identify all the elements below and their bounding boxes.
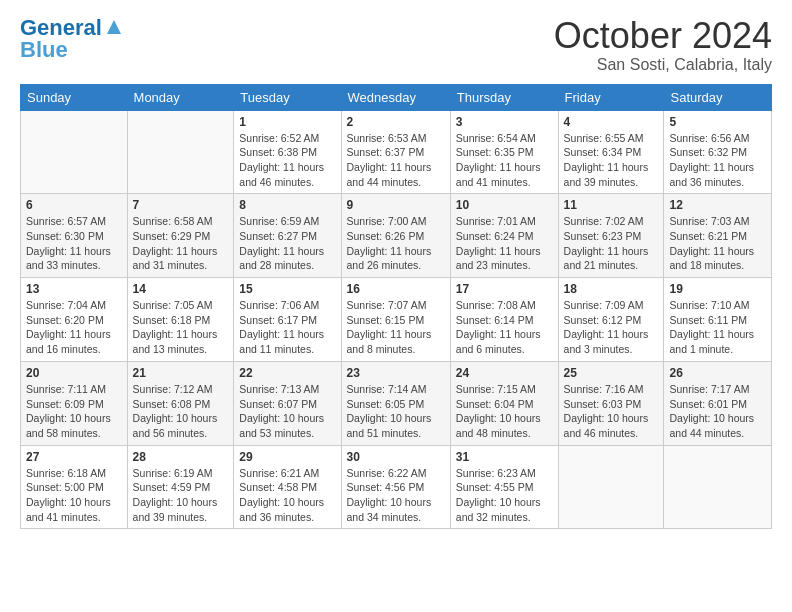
day-detail: Sunrise: 6:21 AM Sunset: 4:58 PM Dayligh… xyxy=(239,466,335,525)
day-number: 25 xyxy=(564,366,659,380)
day-detail: Sunrise: 7:08 AM Sunset: 6:14 PM Dayligh… xyxy=(456,298,553,357)
day-detail: Sunrise: 6:58 AM Sunset: 6:29 PM Dayligh… xyxy=(133,214,229,273)
day-detail: Sunrise: 7:14 AM Sunset: 6:05 PM Dayligh… xyxy=(347,382,445,441)
day-number: 11 xyxy=(564,198,659,212)
day-cell: 1Sunrise: 6:52 AM Sunset: 6:38 PM Daylig… xyxy=(234,110,341,194)
day-detail: Sunrise: 7:03 AM Sunset: 6:21 PM Dayligh… xyxy=(669,214,766,273)
day-detail: Sunrise: 7:07 AM Sunset: 6:15 PM Dayligh… xyxy=(347,298,445,357)
day-cell: 22Sunrise: 7:13 AM Sunset: 6:07 PM Dayli… xyxy=(234,361,341,445)
day-detail: Sunrise: 7:05 AM Sunset: 6:18 PM Dayligh… xyxy=(133,298,229,357)
day-cell: 10Sunrise: 7:01 AM Sunset: 6:24 PM Dayli… xyxy=(450,194,558,278)
day-cell: 30Sunrise: 6:22 AM Sunset: 4:56 PM Dayli… xyxy=(341,445,450,529)
day-cell: 28Sunrise: 6:19 AM Sunset: 4:59 PM Dayli… xyxy=(127,445,234,529)
day-number: 21 xyxy=(133,366,229,380)
page: General Blue October 2024 San Sosti, Cal… xyxy=(0,0,792,612)
day-number: 27 xyxy=(26,450,122,464)
day-cell: 15Sunrise: 7:06 AM Sunset: 6:17 PM Dayli… xyxy=(234,278,341,362)
day-number: 29 xyxy=(239,450,335,464)
day-cell: 20Sunrise: 7:11 AM Sunset: 6:09 PM Dayli… xyxy=(21,361,128,445)
header: General Blue October 2024 San Sosti, Cal… xyxy=(20,16,772,74)
day-detail: Sunrise: 6:54 AM Sunset: 6:35 PM Dayligh… xyxy=(456,131,553,190)
day-cell: 2Sunrise: 6:53 AM Sunset: 6:37 PM Daylig… xyxy=(341,110,450,194)
week-row-3: 13Sunrise: 7:04 AM Sunset: 6:20 PM Dayli… xyxy=(21,278,772,362)
day-cell: 17Sunrise: 7:08 AM Sunset: 6:14 PM Dayli… xyxy=(450,278,558,362)
day-cell: 9Sunrise: 7:00 AM Sunset: 6:26 PM Daylig… xyxy=(341,194,450,278)
day-number: 26 xyxy=(669,366,766,380)
day-detail: Sunrise: 7:12 AM Sunset: 6:08 PM Dayligh… xyxy=(133,382,229,441)
day-detail: Sunrise: 7:09 AM Sunset: 6:12 PM Dayligh… xyxy=(564,298,659,357)
day-cell xyxy=(558,445,664,529)
day-cell: 18Sunrise: 7:09 AM Sunset: 6:12 PM Dayli… xyxy=(558,278,664,362)
day-cell: 16Sunrise: 7:07 AM Sunset: 6:15 PM Dayli… xyxy=(341,278,450,362)
day-cell xyxy=(664,445,772,529)
day-number: 7 xyxy=(133,198,229,212)
day-cell: 25Sunrise: 7:16 AM Sunset: 6:03 PM Dayli… xyxy=(558,361,664,445)
day-number: 19 xyxy=(669,282,766,296)
day-detail: Sunrise: 6:22 AM Sunset: 4:56 PM Dayligh… xyxy=(347,466,445,525)
logo-line2: Blue xyxy=(20,37,68,62)
day-detail: Sunrise: 7:13 AM Sunset: 6:07 PM Dayligh… xyxy=(239,382,335,441)
location: San Sosti, Calabria, Italy xyxy=(554,56,772,74)
day-number: 1 xyxy=(239,115,335,129)
day-cell: 3Sunrise: 6:54 AM Sunset: 6:35 PM Daylig… xyxy=(450,110,558,194)
week-row-4: 20Sunrise: 7:11 AM Sunset: 6:09 PM Dayli… xyxy=(21,361,772,445)
day-detail: Sunrise: 7:11 AM Sunset: 6:09 PM Dayligh… xyxy=(26,382,122,441)
day-detail: Sunrise: 6:59 AM Sunset: 6:27 PM Dayligh… xyxy=(239,214,335,273)
logo: General Blue xyxy=(20,16,123,62)
day-number: 30 xyxy=(347,450,445,464)
day-cell xyxy=(21,110,128,194)
day-number: 15 xyxy=(239,282,335,296)
day-number: 3 xyxy=(456,115,553,129)
day-cell: 29Sunrise: 6:21 AM Sunset: 4:58 PM Dayli… xyxy=(234,445,341,529)
day-detail: Sunrise: 7:17 AM Sunset: 6:01 PM Dayligh… xyxy=(669,382,766,441)
logo-icon xyxy=(105,18,123,36)
day-detail: Sunrise: 6:53 AM Sunset: 6:37 PM Dayligh… xyxy=(347,131,445,190)
day-number: 12 xyxy=(669,198,766,212)
day-number: 16 xyxy=(347,282,445,296)
day-number: 20 xyxy=(26,366,122,380)
week-row-2: 6Sunrise: 6:57 AM Sunset: 6:30 PM Daylig… xyxy=(21,194,772,278)
day-cell: 6Sunrise: 6:57 AM Sunset: 6:30 PM Daylig… xyxy=(21,194,128,278)
day-number: 14 xyxy=(133,282,229,296)
day-number: 9 xyxy=(347,198,445,212)
day-cell: 8Sunrise: 6:59 AM Sunset: 6:27 PM Daylig… xyxy=(234,194,341,278)
day-detail: Sunrise: 6:57 AM Sunset: 6:30 PM Dayligh… xyxy=(26,214,122,273)
day-number: 28 xyxy=(133,450,229,464)
day-number: 13 xyxy=(26,282,122,296)
day-number: 5 xyxy=(669,115,766,129)
day-detail: Sunrise: 7:01 AM Sunset: 6:24 PM Dayligh… xyxy=(456,214,553,273)
day-number: 4 xyxy=(564,115,659,129)
day-cell: 12Sunrise: 7:03 AM Sunset: 6:21 PM Dayli… xyxy=(664,194,772,278)
col-header-saturday: Saturday xyxy=(664,84,772,110)
logo-text-block: General Blue xyxy=(20,16,123,62)
day-detail: Sunrise: 7:00 AM Sunset: 6:26 PM Dayligh… xyxy=(347,214,445,273)
day-number: 24 xyxy=(456,366,553,380)
day-cell: 4Sunrise: 6:55 AM Sunset: 6:34 PM Daylig… xyxy=(558,110,664,194)
month-title: October 2024 xyxy=(554,16,772,56)
day-number: 17 xyxy=(456,282,553,296)
day-detail: Sunrise: 7:06 AM Sunset: 6:17 PM Dayligh… xyxy=(239,298,335,357)
day-detail: Sunrise: 6:55 AM Sunset: 6:34 PM Dayligh… xyxy=(564,131,659,190)
day-cell: 19Sunrise: 7:10 AM Sunset: 6:11 PM Dayli… xyxy=(664,278,772,362)
day-cell: 7Sunrise: 6:58 AM Sunset: 6:29 PM Daylig… xyxy=(127,194,234,278)
col-header-monday: Monday xyxy=(127,84,234,110)
week-row-5: 27Sunrise: 6:18 AM Sunset: 5:00 PM Dayli… xyxy=(21,445,772,529)
day-cell: 24Sunrise: 7:15 AM Sunset: 6:04 PM Dayli… xyxy=(450,361,558,445)
day-detail: Sunrise: 7:16 AM Sunset: 6:03 PM Dayligh… xyxy=(564,382,659,441)
day-detail: Sunrise: 7:15 AM Sunset: 6:04 PM Dayligh… xyxy=(456,382,553,441)
day-detail: Sunrise: 6:23 AM Sunset: 4:55 PM Dayligh… xyxy=(456,466,553,525)
day-cell: 27Sunrise: 6:18 AM Sunset: 5:00 PM Dayli… xyxy=(21,445,128,529)
day-number: 23 xyxy=(347,366,445,380)
day-number: 18 xyxy=(564,282,659,296)
day-cell: 13Sunrise: 7:04 AM Sunset: 6:20 PM Dayli… xyxy=(21,278,128,362)
week-row-1: 1Sunrise: 6:52 AM Sunset: 6:38 PM Daylig… xyxy=(21,110,772,194)
day-cell: 11Sunrise: 7:02 AM Sunset: 6:23 PM Dayli… xyxy=(558,194,664,278)
day-detail: Sunrise: 7:02 AM Sunset: 6:23 PM Dayligh… xyxy=(564,214,659,273)
col-header-thursday: Thursday xyxy=(450,84,558,110)
day-cell xyxy=(127,110,234,194)
day-number: 6 xyxy=(26,198,122,212)
header-row: SundayMondayTuesdayWednesdayThursdayFrid… xyxy=(21,84,772,110)
col-header-wednesday: Wednesday xyxy=(341,84,450,110)
col-header-sunday: Sunday xyxy=(21,84,128,110)
day-number: 22 xyxy=(239,366,335,380)
